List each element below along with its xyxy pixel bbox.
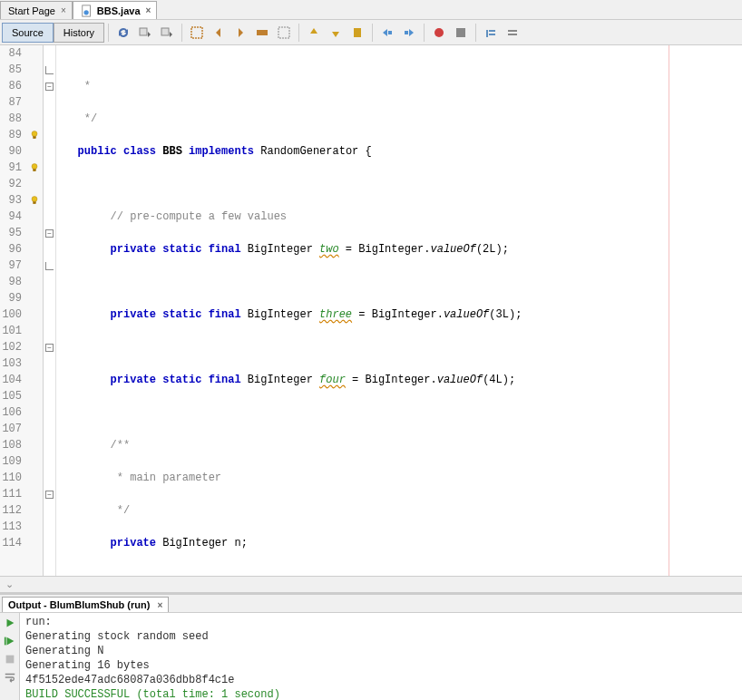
output-line: Generating N <box>25 644 737 658</box>
output-tab-label: Output - BlumBlumShub (run) <box>8 599 150 610</box>
output-tab[interactable]: Output - BlumBlumShub (run) × <box>2 597 169 612</box>
output-line-success: BUILD SUCCESSFUL (total time: 1 second) <box>25 687 737 700</box>
next-bookmark-icon[interactable] <box>326 23 346 43</box>
output-toolbar <box>0 613 20 700</box>
fold-toggle-icon[interactable]: − <box>45 83 54 91</box>
toggle-highlight-icon[interactable] <box>252 23 272 43</box>
back-dropdown-icon[interactable] <box>135 23 155 43</box>
close-icon[interactable]: × <box>157 600 162 610</box>
output-tab-bar: Output - BlumBlumShub (run) × <box>0 595 742 613</box>
code-editor[interactable]: 8485868788899091929394959697989910010110… <box>0 45 742 576</box>
margin-guide <box>669 45 669 576</box>
close-icon[interactable]: × <box>61 5 66 15</box>
find-prev-icon[interactable] <box>209 23 229 43</box>
rerun-alt-icon[interactable] <box>2 633 18 649</box>
svg-rect-4 <box>191 27 202 38</box>
svg-point-12 <box>32 131 37 137</box>
fold-toggle-icon[interactable]: − <box>45 229 54 238</box>
subtab-source[interactable]: Source <box>2 23 54 43</box>
output-console[interactable]: run: Generating stock random seed Genera… <box>20 613 742 700</box>
chevron-down-icon[interactable]: ⌄ <box>5 578 14 590</box>
tab-label: Start Page <box>8 5 55 16</box>
output-line: Generating 16 bytes <box>25 658 737 673</box>
toggle-bookmark-icon[interactable] <box>347 23 367 43</box>
svg-point-10 <box>434 28 444 37</box>
uncomment-icon[interactable] <box>503 23 522 43</box>
svg-rect-17 <box>33 202 35 204</box>
breadcrumb[interactable]: ⌄ <box>0 576 742 592</box>
output-line: 4f5152ede47adc68087a036dbb8f4c1e <box>25 673 737 687</box>
svg-rect-11 <box>456 28 465 37</box>
tab-label: BBS.java <box>97 5 141 16</box>
marker-gutter <box>25 45 44 576</box>
code-content[interactable]: * */ public class BBS implements RandomG… <box>56 45 742 576</box>
shift-right-icon[interactable] <box>399 23 419 43</box>
output-line: Generating stock random seed <box>25 629 737 644</box>
svg-point-1 <box>83 10 88 15</box>
shift-left-icon[interactable] <box>377 23 397 43</box>
hint-bulb-icon[interactable] <box>25 160 43 176</box>
output-line: run: <box>25 615 737 629</box>
svg-rect-13 <box>33 137 35 139</box>
subtab-history[interactable]: History <box>54 23 104 43</box>
wrap-icon[interactable] <box>2 669 18 685</box>
svg-rect-3 <box>161 28 169 35</box>
svg-rect-7 <box>354 28 361 37</box>
rerun-icon[interactable] <box>2 615 18 631</box>
hint-bulb-icon[interactable] <box>25 192 43 209</box>
svg-point-16 <box>32 197 37 202</box>
line-number-gutter: 8485868788899091929394959697989910010110… <box>0 45 25 576</box>
svg-rect-18 <box>4 637 5 646</box>
output-panel: Output - BlumBlumShub (run) × run: Gener… <box>0 592 742 700</box>
tab-start-page[interactable]: Start Page × <box>0 1 73 19</box>
stop-macro-icon[interactable] <box>451 23 471 43</box>
forward-dropdown-icon[interactable] <box>157 23 177 43</box>
find-next-icon[interactable] <box>230 23 250 43</box>
svg-rect-8 <box>388 31 392 34</box>
hint-bulb-icon[interactable] <box>25 127 43 143</box>
svg-rect-5 <box>257 30 268 35</box>
find-selection-icon[interactable] <box>187 23 207 43</box>
svg-rect-6 <box>278 27 289 38</box>
comment-icon[interactable] <box>481 23 501 43</box>
svg-point-14 <box>32 164 37 170</box>
svg-rect-2 <box>140 28 147 35</box>
svg-rect-19 <box>5 656 14 664</box>
fold-toggle-icon[interactable]: − <box>45 344 54 352</box>
svg-rect-15 <box>33 170 35 171</box>
prev-bookmark-icon[interactable] <box>304 23 324 43</box>
java-file-icon <box>81 5 93 17</box>
stop-icon[interactable] <box>2 651 18 667</box>
close-icon[interactable]: × <box>146 5 151 15</box>
fold-gutter: −−−− <box>44 45 56 576</box>
start-macro-icon[interactable] <box>429 23 449 43</box>
refresh-icon[interactable] <box>113 23 133 43</box>
selection-mode-icon[interactable] <box>274 23 294 43</box>
svg-rect-9 <box>405 31 408 34</box>
fold-toggle-icon[interactable]: − <box>45 491 54 499</box>
file-tab-bar: Start Page × BBS.java × <box>0 0 742 20</box>
tab-file[interactable]: BBS.java × <box>73 1 158 19</box>
editor-toolbar: Source History <box>0 20 742 45</box>
